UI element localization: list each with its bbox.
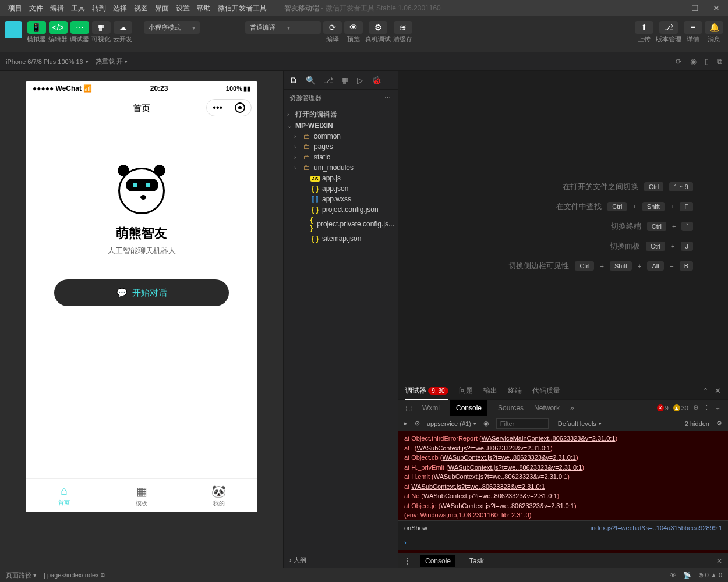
git-icon[interactable]: ⎇ (324, 76, 333, 85)
devtab-console[interactable]: Console (450, 400, 487, 416)
debug-tab-terminal[interactable]: 终端 (508, 382, 522, 399)
version-button[interactable]: ⎇ (659, 21, 678, 34)
editor-button[interactable]: </> (49, 21, 68, 34)
file-app.wxss[interactable]: ⟦⟧app.wxss (284, 194, 398, 204)
mode-dropdown[interactable]: 小程序模式▾ (144, 21, 200, 34)
explorer-icon[interactable]: 🗎 (289, 76, 298, 85)
tab-template[interactable]: ▦模板 (103, 479, 181, 512)
popout-icon[interactable]: ⧉ (717, 57, 722, 66)
upload-button[interactable]: ⬆ (635, 21, 653, 34)
debug-tab-quality[interactable]: 代码质量 (532, 382, 560, 399)
device-selector[interactable]: iPhone 6/7/8 Plus 100% 16▾ (6, 58, 89, 65)
chevron-up-icon[interactable]: ⌃ (702, 386, 709, 395)
message-button[interactable]: 🔔 (705, 21, 723, 34)
visual-button[interactable]: ▦ (92, 21, 111, 34)
drawer-task[interactable]: Task (465, 555, 489, 567)
close-icon[interactable]: ✕ (709, 2, 723, 14)
open-editors-section[interactable]: ›打开的编辑器 (284, 108, 398, 120)
hotreload-toggle[interactable]: 热重载 开 ▾ (96, 57, 128, 66)
issues-count[interactable]: ⊗ 0 ▲ 0 (698, 572, 722, 579)
search-icon[interactable]: 🔍 (306, 76, 316, 85)
refresh-icon[interactable]: ⟳ (676, 57, 682, 66)
hidden-count[interactable]: 2 hidden (685, 420, 709, 427)
run-icon[interactable]: ▷ (357, 76, 363, 85)
levels-dropdown[interactable]: Default levels▾ (558, 420, 602, 427)
outline-section[interactable]: › 大纲 (284, 552, 398, 568)
compile-button[interactable]: ⟳ (323, 21, 342, 34)
debugger-button[interactable]: ⋯ (70, 21, 89, 34)
menu-帮助[interactable]: 帮助 (193, 2, 214, 15)
shortcut-row: 在打开的文件之间切换Ctrl 1 ~ 9 (563, 182, 693, 192)
clear-cache-button[interactable]: ≋ (394, 21, 412, 34)
tab-home[interactable]: ⌂首页 (26, 479, 103, 512)
shortcut-row: 切换侧边栏可见性Ctrl + Shift + Alt + B (508, 261, 693, 271)
record-icon[interactable]: ◉ (690, 57, 697, 66)
menu-工具[interactable]: 工具 (68, 2, 89, 15)
menu-设置[interactable]: 设置 (172, 2, 193, 15)
menu-选择[interactable]: 选择 (109, 2, 130, 15)
simulator-column: ●●●●● WeChat 📶 20:23 100% ▮▮ 首页 ••• 萌熊智友… (0, 71, 283, 568)
detail-button[interactable]: ≡ (684, 21, 702, 34)
extensions-icon[interactable]: ▦ (341, 76, 349, 85)
context-dropdown[interactable]: appservice (#1)▾ (427, 420, 476, 427)
folder-static[interactable]: ›🗀static (284, 152, 398, 162)
eye-icon[interactable]: ◉ (483, 420, 489, 427)
start-chat-button[interactable]: 💬 开始对话 (54, 279, 229, 306)
simulator-button[interactable]: 📱 (27, 21, 46, 34)
debug-tab-output[interactable]: 输出 (483, 382, 497, 399)
capsule-button[interactable]: ••• (206, 99, 252, 116)
menu-界面[interactable]: 界面 (151, 2, 172, 15)
explorer-more-icon[interactable]: ⋯ (384, 94, 392, 102)
devtab-wxml[interactable]: Wxml (422, 404, 440, 412)
device-icon[interactable]: ▯ (705, 57, 709, 66)
user-avatar[interactable] (5, 21, 22, 38)
dock-icon[interactable]: ⫟ (715, 404, 721, 411)
file-project.private.config.js...[interactable]: { }project.private.config.js... (284, 215, 398, 233)
devtab-more[interactable]: » (570, 404, 574, 412)
file-project.config.json[interactable]: { }project.config.json (284, 204, 398, 215)
debug-panel: 调试器 9, 30 问题 输出 终端 代码质量 ⌃✕ ⬚ Wxml Consol… (398, 382, 728, 568)
clear-console-icon[interactable]: ⊘ (415, 420, 420, 427)
menu-项目[interactable]: 项目 (5, 2, 26, 15)
broadcast-icon[interactable]: 📡 (683, 572, 691, 579)
file-app.js[interactable]: JSapp.js (284, 173, 398, 183)
menu-文件[interactable]: 文件 (26, 2, 47, 15)
inspect-icon[interactable]: ⬚ (405, 404, 412, 412)
more-icon[interactable]: ⋮ (704, 404, 710, 411)
preview-button[interactable]: 👁 (344, 21, 363, 34)
compile-mode-dropdown[interactable]: 普通编译▾ (245, 21, 321, 34)
drawer-console[interactable]: Console (420, 555, 455, 567)
devtab-network[interactable]: Network (534, 404, 560, 412)
console-settings-icon[interactable]: ⚙ (716, 420, 722, 427)
simulator-bar: iPhone 6/7/8 Plus 100% 16▾ 热重载 开 ▾ ⟳ ◉ ▯… (0, 52, 728, 71)
debug-tab-debugger[interactable]: 调试器 9, 30 (405, 382, 448, 400)
eye-off-icon[interactable]: 👁 (670, 572, 676, 579)
project-root[interactable]: ⌄MP-WEIXIN (284, 120, 398, 131)
gear-icon[interactable]: ⚙ (693, 404, 699, 411)
panel-close-icon[interactable]: ✕ (715, 386, 721, 395)
file-sitemap.json[interactable]: { }sitemap.json (284, 233, 398, 244)
console-sidebar-icon[interactable]: ▸ (404, 420, 408, 427)
maximize-icon[interactable]: ☐ (688, 2, 702, 14)
menu-编辑[interactable]: 编辑 (47, 2, 68, 15)
devtab-sources[interactable]: Sources (498, 404, 524, 412)
menu-转到[interactable]: 转到 (89, 2, 109, 15)
tab-mine[interactable]: 🐼我的 (180, 479, 257, 512)
console-filter-input[interactable] (496, 418, 549, 429)
drawer-more-icon[interactable]: ⋮ (404, 557, 411, 565)
debug-tab-problems[interactable]: 问题 (459, 382, 473, 399)
file-app.json[interactable]: { }app.json (284, 183, 398, 194)
drawer-close-icon[interactable]: ✕ (716, 557, 722, 565)
cloud-button[interactable]: ☁ (114, 21, 132, 34)
copy-icon[interactable]: ⧉ (101, 572, 105, 579)
menu-视图[interactable]: 视图 (130, 2, 151, 15)
minimize-icon[interactable]: — (666, 2, 681, 14)
bug-icon[interactable]: 🐞 (372, 76, 381, 85)
folder-pages[interactable]: ›🗀pages (284, 141, 398, 152)
folder-uni_modules[interactable]: ›🗀uni_modules (284, 162, 398, 173)
menu-微信开发者工具[interactable]: 微信开发者工具 (214, 2, 270, 15)
folder-common[interactable]: ›🗀common (284, 131, 398, 141)
remote-debug-button[interactable]: ⚙ (369, 21, 387, 34)
main-toolbar: 📱模拟器 </>编辑器 ⋯调试器 ▦可视化 ☁云开发 小程序模式▾ 普通编译▾ … (0, 16, 728, 52)
window-title: 智友移动端 - 微信开发者工具 Stable 1.06.2301160 (284, 3, 663, 13)
